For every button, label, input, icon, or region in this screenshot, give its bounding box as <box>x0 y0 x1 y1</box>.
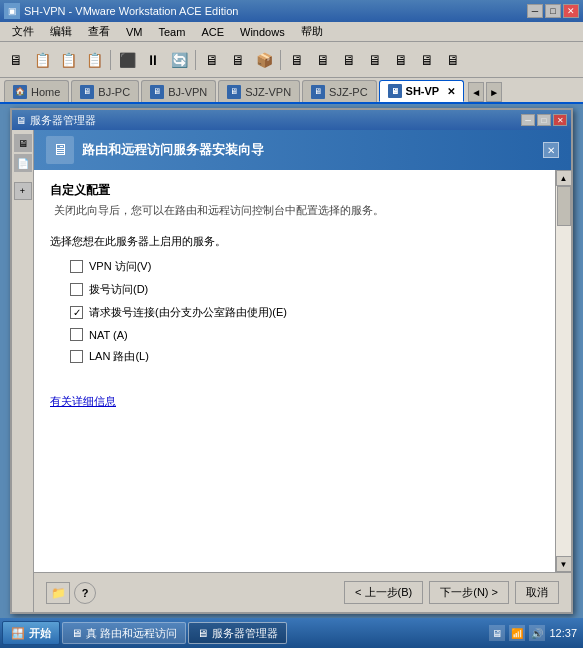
sidebar-icon-1[interactable]: 🖥 <box>14 134 32 152</box>
smgr-maximize-btn[interactable]: □ <box>537 114 551 126</box>
checkbox-lan[interactable] <box>70 350 83 363</box>
scrollbar-up-btn[interactable]: ▲ <box>556 170 572 186</box>
next-btn-label: 下一步(N) > <box>440 585 498 600</box>
tab-bj-vpn-label: BJ-VPN <box>168 86 207 98</box>
tab-nav-next[interactable]: ► <box>486 82 502 102</box>
maximize-button[interactable]: □ <box>545 4 561 18</box>
toolbar-btn-10[interactable]: 📦 <box>252 48 276 72</box>
checkbox-row-vpn: VPN 访问(V) <box>70 259 539 274</box>
menu-edit[interactable]: 编辑 <box>42 22 80 41</box>
wizard-question: 选择您想在此服务器上启用的服务。 <box>50 234 539 249</box>
footer-folder-icon[interactable]: 📁 <box>46 582 70 604</box>
server-manager-title: 服务器管理器 <box>30 113 521 128</box>
minimize-button[interactable]: ─ <box>527 4 543 18</box>
toolbar-separator-1 <box>110 50 111 70</box>
checkbox-group: VPN 访问(V) 拨号访问(D) ✓ 请求拨号连接(由分支办公室路由使用)(E… <box>70 259 539 364</box>
footer-help-btn[interactable]: ? <box>74 582 96 604</box>
taskbar-routing-label: 真 路由和远程访问 <box>86 626 177 641</box>
taskbar-network-icon: 📶 <box>509 625 525 641</box>
scrollbar-thumb[interactable] <box>557 186 571 226</box>
toolbar-btn-15[interactable]: 🖥 <box>389 48 413 72</box>
toolbar-btn-6[interactable]: ⏸ <box>141 48 165 72</box>
toolbar-btn-9[interactable]: 🖥 <box>226 48 250 72</box>
menu-ace[interactable]: ACE <box>193 24 232 40</box>
tab-close-icon[interactable]: ✕ <box>447 86 455 97</box>
start-icon: 🪟 <box>11 627 25 640</box>
taskbar-volume-icon: 🔊 <box>529 625 545 641</box>
taskbar-item-routing[interactable]: 🖥 真 路由和远程访问 <box>62 622 186 644</box>
details-link[interactable]: 有关详细信息 <box>50 394 116 409</box>
wizard-sidebar: 🖥 📄 + <box>12 130 34 612</box>
wizard-content: 自定义配置 关闭此向导后，您可以在路由和远程访问控制台中配置选择的服务。 选择您… <box>34 170 555 572</box>
tab-sh-vp-label: SH-VP <box>406 85 440 97</box>
toolbar-btn-7[interactable]: 🔄 <box>167 48 191 72</box>
sidebar-icon-2[interactable]: 📄 <box>14 154 32 172</box>
tab-nav-prev[interactable]: ◄ <box>468 82 484 102</box>
scrollbar-down-btn[interactable]: ▼ <box>556 556 572 572</box>
next-button[interactable]: 下一步(N) > <box>429 581 509 604</box>
server-manager-window: 🖥 服务器管理器 ─ □ ✕ 🖥 📄 + 🖥 路由和远程访问服务器安装向导 <box>10 108 573 614</box>
checkbox-dial[interactable] <box>70 283 83 296</box>
wizard-area: 🖥 📄 + 🖥 路由和远程访问服务器安装向导 ✕ 自定义配置 关闭此向导后，您可… <box>12 130 571 612</box>
tab-sjz-pc[interactable]: 🖥 SJZ-PC <box>302 80 377 102</box>
sidebar-plus-btn[interactable]: + <box>14 182 32 200</box>
checkbox-dial-label: 拨号访问(D) <box>89 282 148 297</box>
cancel-btn-label: 取消 <box>526 585 548 600</box>
checkbox-row-lan: LAN 路由(L) <box>70 349 539 364</box>
toolbar-btn-2[interactable]: 📋 <box>30 48 54 72</box>
toolbar-btn-12[interactable]: 🖥 <box>311 48 335 72</box>
checkbox-nat[interactable] <box>70 328 83 341</box>
cancel-button[interactable]: 取消 <box>515 581 559 604</box>
taskbar-item-server-mgr[interactable]: 🖥 服务器管理器 <box>188 622 287 644</box>
menu-vm[interactable]: VM <box>118 24 151 40</box>
toolbar-btn-3[interactable]: 📋 <box>56 48 80 72</box>
menu-file[interactable]: 文件 <box>4 22 42 41</box>
tab-bj-pc-label: BJ-PC <box>98 86 130 98</box>
tab-sjz-vpn-icon: 🖥 <box>227 85 241 99</box>
toolbar-separator-3 <box>280 50 281 70</box>
smgr-minimize-btn[interactable]: ─ <box>521 114 535 126</box>
checkbox-lan-label: LAN 路由(L) <box>89 349 149 364</box>
toolbar-btn-4[interactable]: 📋 <box>82 48 106 72</box>
toolbar-btn-8[interactable]: 🖥 <box>200 48 224 72</box>
menu-team[interactable]: Team <box>151 24 194 40</box>
toolbar-btn-5[interactable]: ⬛ <box>115 48 139 72</box>
tab-bj-vpn[interactable]: 🖥 BJ-VPN <box>141 80 216 102</box>
wizard-header: 🖥 路由和远程访问服务器安装向导 ✕ <box>34 130 571 170</box>
toolbar-btn-11[interactable]: 🖥 <box>285 48 309 72</box>
toolbar-btn-1[interactable]: 🖥 <box>4 48 28 72</box>
checkbox-demand[interactable]: ✓ <box>70 306 83 319</box>
wizard-header-icon: 🖥 <box>46 136 74 164</box>
toolbar-btn-17[interactable]: 🖥 <box>441 48 465 72</box>
tab-bj-pc-icon: 🖥 <box>80 85 94 99</box>
wizard-section-desc: 关闭此向导后，您可以在路由和远程访问控制台中配置选择的服务。 <box>50 203 539 218</box>
close-button[interactable]: ✕ <box>563 4 579 18</box>
tab-sjz-pc-label: SJZ-PC <box>329 86 368 98</box>
workspace: 🖥 服务器管理器 ─ □ ✕ 🖥 📄 + 🖥 路由和远程访问服务器安装向导 <box>0 104 583 618</box>
menu-view[interactable]: 查看 <box>80 22 118 41</box>
tab-sh-vp[interactable]: 🖥 SH-VP ✕ <box>379 80 465 102</box>
tab-home-icon: 🏠 <box>13 85 27 99</box>
app-icon: ▣ <box>4 3 20 19</box>
wizard-header-close-btn[interactable]: ✕ <box>543 142 559 158</box>
toolbar-btn-16[interactable]: 🖥 <box>415 48 439 72</box>
server-manager-titlebar: 🖥 服务器管理器 ─ □ ✕ <box>12 110 571 130</box>
menu-windows[interactable]: Windows <box>232 24 293 40</box>
smgr-close-btn[interactable]: ✕ <box>553 114 567 126</box>
taskbar-server-mgr-label: 服务器管理器 <box>212 626 278 641</box>
checkbox-vpn[interactable] <box>70 260 83 273</box>
menu-help[interactable]: 帮助 <box>293 22 331 41</box>
checkbox-row-demand: ✓ 请求拨号连接(由分支办公室路由使用)(E) <box>70 305 539 320</box>
tab-bj-pc[interactable]: 🖥 BJ-PC <box>71 80 139 102</box>
wizard-footer: 📁 ? < 上一步(B) 下一步(N) > 取消 <box>34 572 571 612</box>
tab-bj-vpn-icon: 🖥 <box>150 85 164 99</box>
toolbar-btn-14[interactable]: 🖥 <box>363 48 387 72</box>
wizard-scrollbar[interactable]: ▲ ▼ <box>555 170 571 572</box>
toolbar-btn-13[interactable]: 🖥 <box>337 48 361 72</box>
prev-button[interactable]: < 上一步(B) <box>344 581 423 604</box>
tab-home[interactable]: 🏠 Home <box>4 80 69 102</box>
start-button[interactable]: 🪟 开始 <box>2 621 60 645</box>
tab-sjz-vpn[interactable]: 🖥 SJZ-VPN <box>218 80 300 102</box>
taskbar-clock: 12:37 <box>549 627 577 639</box>
checkbox-row-dial: 拨号访问(D) <box>70 282 539 297</box>
